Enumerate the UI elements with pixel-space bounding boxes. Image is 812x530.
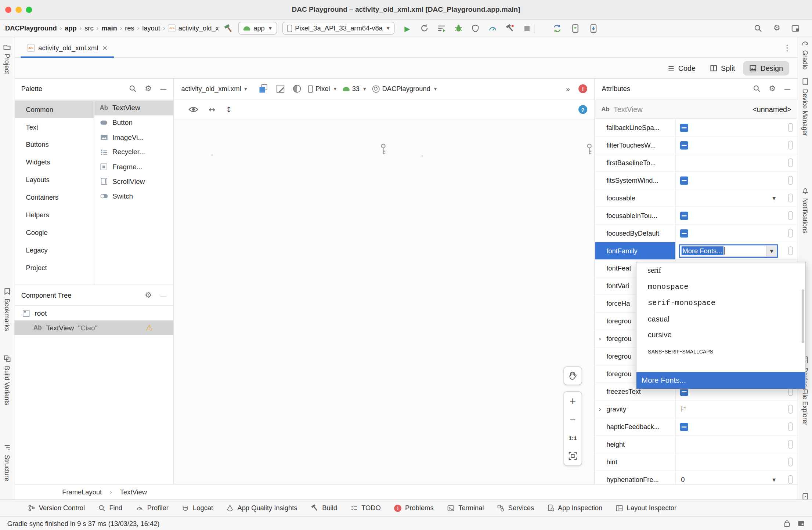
attributes-minimize-icon[interactable]: —: [784, 85, 791, 92]
pick-attribute-toggle[interactable]: [788, 405, 793, 414]
mode-split-button[interactable]: Split: [704, 61, 741, 75]
tab-options-icon[interactable]: ⋮: [783, 37, 791, 58]
execution-list-icon[interactable]: [436, 23, 447, 33]
font-option-monospace[interactable]: monospace: [636, 279, 805, 295]
palette-category-layouts[interactable]: Layouts: [14, 171, 94, 188]
palette-category-legacy[interactable]: Legacy: [14, 241, 94, 259]
design-canvas[interactable]: [174, 120, 595, 484]
font-option-serif-monospace[interactable]: serif-monospace: [636, 294, 805, 311]
toolwindow-build[interactable]: Build: [311, 504, 337, 512]
toolwindow-services[interactable]: Services: [497, 504, 534, 512]
breadcrumb-src[interactable]: src: [84, 24, 93, 32]
attribute-value-field[interactable]: [675, 436, 783, 453]
notifications-icon[interactable]: [798, 520, 805, 526]
indeterminate-checkbox[interactable]: [680, 176, 688, 185]
settings-gear-icon[interactable]: ⚙: [772, 23, 782, 33]
pick-attribute-toggle[interactable]: [788, 123, 793, 132]
help-icon[interactable]: ?: [578, 105, 587, 114]
attribute-row-fontfamily[interactable]: fontFamily More Fonts... ▾: [595, 242, 797, 260]
indeterminate-checkbox[interactable]: [680, 141, 688, 149]
night-mode-icon[interactable]: [292, 84, 302, 94]
indeterminate-checkbox[interactable]: [680, 422, 688, 431]
indeterminate-checkbox[interactable]: [680, 211, 688, 220]
design-file-select[interactable]: activity_old_xml.xml ▾: [181, 85, 247, 92]
attribute-value-field[interactable]: [675, 453, 783, 471]
device-picker[interactable]: Pixel ▾: [308, 85, 336, 92]
device-select[interactable]: Pixel_3a_API_33_arm64-v8a ▾: [282, 22, 395, 35]
sdk-manager-icon[interactable]: [588, 23, 599, 33]
pick-attribute-toggle[interactable]: [788, 229, 793, 237]
overflow-icon[interactable]: »: [566, 85, 570, 93]
popup-scrollbar[interactable]: [802, 289, 804, 343]
build-hammer-icon[interactable]: [223, 23, 233, 33]
build-tools-icon[interactable]: [505, 23, 515, 33]
mode-design-button[interactable]: Design: [743, 61, 789, 75]
toolwindow-logcat[interactable]: Logcat: [182, 504, 213, 512]
attribute-row[interactable]: hyphenationFre... 0 ▾: [595, 471, 797, 484]
attribute-row[interactable]: fitsSystemWind...: [595, 172, 797, 189]
palette-item-scrollview[interactable]: ScrollView: [94, 174, 174, 189]
tree-item-root[interactable]: root: [14, 306, 173, 320]
issues-error-icon[interactable]: !: [578, 84, 587, 93]
breadcrumb-res[interactable]: res: [125, 24, 134, 32]
palette-category-project[interactable]: Project: [14, 259, 94, 276]
font-option-sans-serif-smallcaps[interactable]: sans-serif-smallcaps: [636, 342, 805, 359]
breadcrumb-main[interactable]: main: [101, 24, 117, 32]
attribute-row[interactable]: filterTouchesW...: [595, 137, 797, 154]
zoom-out-button[interactable]: −: [564, 410, 582, 429]
tool-stripe-gradle[interactable]: Gradle: [798, 40, 812, 70]
search-everywhere-icon[interactable]: [753, 23, 763, 33]
fontfamily-combo[interactable]: More Fonts... ▾: [679, 244, 778, 258]
palette-search-icon[interactable]: [129, 85, 136, 92]
pick-attribute-toggle[interactable]: [788, 176, 793, 185]
palette-category-buttons[interactable]: Buttons: [14, 135, 94, 153]
breadcrumb-project[interactable]: DACPlayground: [5, 24, 57, 32]
stop-button[interactable]: ■: [522, 23, 532, 33]
pick-attribute-toggle[interactable]: [788, 458, 793, 467]
toolwindow-terminal[interactable]: Terminal: [447, 504, 484, 512]
pick-attribute-toggle[interactable]: [788, 440, 793, 449]
mode-code-button[interactable]: Code: [661, 61, 702, 75]
attribute-row[interactable]: height: [595, 436, 797, 453]
tool-stripe-structure[interactable]: Structure: [0, 444, 14, 481]
toolwindow-layout-inspector[interactable]: Layout Inspector: [616, 504, 676, 512]
palette-settings-icon[interactable]: ⚙: [145, 85, 152, 92]
zoom-in-button[interactable]: +: [564, 392, 582, 410]
palette-item-imageview[interactable]: ImageVi...: [94, 130, 174, 145]
tool-stripe-bookmarks[interactable]: Bookmarks: [0, 288, 14, 331]
attribute-dropdown[interactable]: 0 ▾: [675, 471, 783, 484]
palette-category-helpers[interactable]: Helpers: [14, 206, 94, 224]
expand-chevron-icon[interactable]: ›: [599, 335, 601, 342]
toolwindow-version-control[interactable]: Version Control: [28, 504, 85, 512]
toolwindow-profiler[interactable]: Profiler: [136, 504, 169, 512]
tool-stripe-build-variants[interactable]: Build Variants: [0, 355, 14, 405]
toolwindow-app-quality-insights[interactable]: App Quality Insights: [227, 504, 297, 512]
zoom-ratio-button[interactable]: 1:1: [564, 429, 582, 447]
component-tree-minimize-icon[interactable]: —: [160, 291, 167, 299]
toolwindow-app-inspection[interactable]: App Inspection: [548, 504, 602, 512]
pick-attribute-toggle[interactable]: [788, 475, 793, 484]
palette-item-recyclerview[interactable]: Recycler...: [94, 145, 174, 159]
attribute-row[interactable]: fallbackLineSpa...: [595, 119, 797, 137]
breadcrumb-layout[interactable]: layout: [142, 24, 160, 32]
design-mode-layers-icon[interactable]: [259, 84, 269, 94]
tool-stripe-device-manager[interactable]: Device Manager: [798, 78, 812, 136]
profiler-gauge-icon[interactable]: [487, 23, 498, 33]
component-tree-settings-icon[interactable]: ⚙: [145, 291, 152, 299]
palette-category-widgets[interactable]: Widgets: [14, 153, 94, 171]
tool-stripe-project[interactable]: Project: [0, 43, 14, 74]
flag-icon[interactable]: ⚐: [680, 405, 686, 413]
debug-icon[interactable]: [453, 23, 463, 33]
font-option-serif[interactable]: serif: [636, 262, 805, 279]
attribute-row[interactable]: ›gravity ⚐: [595, 400, 797, 418]
pick-attribute-toggle[interactable]: [788, 193, 793, 202]
pan-hand-button[interactable]: [563, 366, 582, 385]
lock-icon[interactable]: [783, 520, 790, 527]
coverage-shield-icon[interactable]: [470, 23, 481, 33]
tree-item-textview[interactable]: Ab TextView "Ciao" ⚠: [14, 320, 173, 335]
device-manager-icon[interactable]: [570, 23, 581, 33]
horizontal-constraints-icon[interactable]: ↔: [209, 105, 215, 114]
palette-item-button[interactable]: Button: [94, 115, 174, 130]
palette-category-text[interactable]: Text: [14, 118, 94, 136]
palette-category-common[interactable]: Common: [14, 101, 94, 118]
